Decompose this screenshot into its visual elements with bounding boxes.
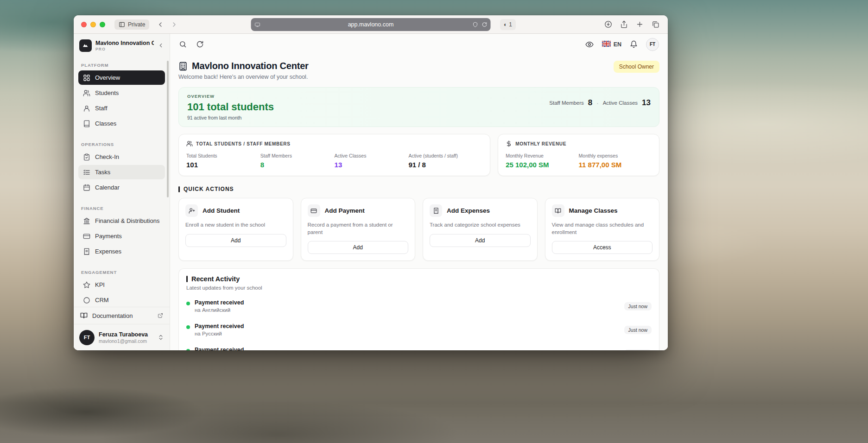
sidebar-item-students[interactable]: Students — [78, 86, 165, 100]
grid-icon — [83, 74, 90, 82]
sidebar-item-expenses[interactable]: Expenses — [78, 244, 165, 259]
workspace-switcher[interactable]: Mavlono Innovation C... PRO — [74, 34, 170, 57]
downloads-icon[interactable] — [604, 20, 612, 28]
user-icon — [83, 105, 90, 112]
credit-card-icon — [83, 233, 90, 240]
sidebar-toggle-icon — [119, 21, 125, 28]
sidebar-item-crm[interactable]: CRM — [78, 293, 165, 307]
minimize-button[interactable] — [90, 22, 96, 27]
url-text: app.mavlono.com — [348, 21, 394, 28]
activity-item: Payment received на Английский Just now — [186, 294, 652, 318]
sidebar-item-documentation[interactable]: Documentation — [74, 307, 170, 324]
workspace-logo — [79, 39, 92, 52]
receipt-icon — [430, 204, 442, 217]
refresh-icon[interactable] — [196, 40, 204, 48]
activity-title: Payment received — [195, 347, 244, 350]
users-icon — [83, 89, 90, 97]
status-dot — [186, 302, 190, 305]
page-content: Mavlono Innovation Center Welcome back! … — [170, 55, 668, 350]
add-expenses-button[interactable]: Add — [430, 234, 531, 247]
eye-icon[interactable] — [585, 40, 594, 49]
reload-icon[interactable] — [482, 22, 488, 27]
card-description: View and manage class schedules and enro… — [552, 222, 653, 236]
section-label-finance: FINANCE — [81, 206, 162, 211]
card-title: Add Payment — [325, 207, 365, 214]
sidebar-item-label: Expenses — [95, 248, 121, 255]
share-icon[interactable] — [620, 20, 628, 28]
sidebar-scrollbar[interactable] — [167, 61, 169, 197]
back-button[interactable] — [157, 21, 164, 28]
access-classes-button[interactable]: Access — [552, 241, 653, 254]
sidebar-item-label: Calendar — [95, 184, 120, 191]
dollar-icon — [506, 140, 512, 147]
activity-item: Payment received на Русский Just now — [186, 318, 652, 342]
card-description: Record a payment from a student or paren… — [308, 222, 409, 236]
uk-flag-icon — [602, 41, 611, 48]
workspace-plan: PRO — [95, 47, 154, 51]
user-email: mavlono1@gmail.com — [99, 338, 153, 344]
staff-members-label: Staff Members — [549, 100, 584, 106]
banner-headline: 101 total students — [187, 101, 274, 113]
sidebar-item-payments[interactable]: Payments — [78, 229, 165, 243]
metric-staff-members: Staff Members 8 — [260, 153, 335, 169]
sidebar-item-calendar[interactable]: Calendar — [78, 180, 165, 195]
metric-active-ratio: Active (students / staff) 91 / 8 — [408, 153, 482, 169]
topbar-avatar[interactable]: FT — [646, 38, 659, 51]
bell-icon[interactable] — [630, 40, 638, 48]
close-button[interactable] — [81, 22, 87, 27]
active-classes-value: 13 — [642, 98, 651, 108]
landmark-icon — [83, 217, 90, 225]
banner-label: OVERVIEW — [187, 94, 274, 99]
sidebar-item-classes[interactable]: Classes — [78, 116, 165, 131]
quick-action-add-expenses: Add Expenses Track and categorize school… — [423, 198, 538, 261]
search-icon[interactable] — [179, 40, 187, 48]
page-subtitle: Welcome back! Here's an overview of your… — [178, 74, 309, 80]
private-label: Private — [128, 21, 145, 28]
list-checks-icon — [83, 169, 90, 176]
content-blocker-badge[interactable]: ◐ 1 — [500, 19, 516, 30]
sidebar-item-kpi[interactable]: KPI — [78, 278, 165, 292]
privacy-shield-icon[interactable] — [473, 22, 478, 27]
card-title: MONTHLY REVENUE — [515, 141, 566, 146]
recent-activity-title: Recent Activity — [191, 275, 240, 283]
language-code: EN — [614, 41, 621, 48]
metric-monthly-expenses: Monthly expenses 11 877,00 SM — [579, 153, 652, 169]
book-icon — [83, 120, 90, 127]
sidebar-item-check-in[interactable]: Check-In — [78, 150, 165, 164]
tab-overview-icon[interactable] — [652, 20, 659, 28]
card-title: Manage Classes — [569, 207, 618, 214]
receipt-icon — [83, 248, 90, 255]
sidebar: Mavlono Innovation C... PRO PLATFORM Ove… — [74, 34, 170, 350]
chevrons-up-down-icon — [158, 334, 164, 341]
collapse-sidebar-icon[interactable] — [158, 42, 164, 49]
contrast-icon: ◐ — [504, 21, 507, 28]
private-browsing-badge[interactable]: Private — [114, 19, 149, 30]
browser-window: Private app.mavlono.com ◐ 1 — [74, 15, 668, 350]
address-bar[interactable]: app.mavlono.com — [251, 18, 491, 31]
sidebar-item-overview[interactable]: Overview — [78, 70, 165, 85]
status-dot — [186, 349, 190, 350]
active-classes-label: Active Classes — [603, 100, 638, 106]
sidebar-item-financial-distributions[interactable]: Financial & Distributions — [78, 214, 165, 228]
forward-button[interactable] — [171, 21, 178, 28]
activity-item: Payment received на Английский Just now — [186, 342, 652, 350]
zoom-button[interactable] — [100, 22, 105, 27]
new-tab-icon[interactable] — [636, 20, 644, 28]
add-student-button[interactable]: Add — [185, 234, 286, 247]
sidebar-item-label: CRM — [95, 297, 109, 304]
app-topbar: EN FT — [170, 34, 668, 55]
sidebar-item-label: Classes — [95, 120, 116, 127]
recent-activity-card: Recent Activity Latest updates from your… — [178, 268, 659, 350]
section-accent-bar — [186, 276, 188, 282]
add-payment-button[interactable]: Add — [308, 241, 409, 254]
workspace-name: Mavlono Innovation C... — [95, 40, 154, 46]
language-switcher[interactable]: EN — [602, 41, 621, 48]
activity-title: Payment received — [195, 299, 244, 306]
documentation-label: Documentation — [92, 312, 133, 319]
sidebar-item-tasks[interactable]: Tasks — [78, 165, 165, 179]
browser-titlebar: Private app.mavlono.com ◐ 1 — [74, 15, 668, 34]
separator-dot: · — [596, 100, 598, 107]
sidebar-item-staff[interactable]: Staff — [78, 101, 165, 115]
sidebar-item-label: Check-In — [95, 153, 119, 160]
user-menu[interactable]: FT Feruza Turaboeva mavlono1@gmail.com — [74, 324, 170, 350]
